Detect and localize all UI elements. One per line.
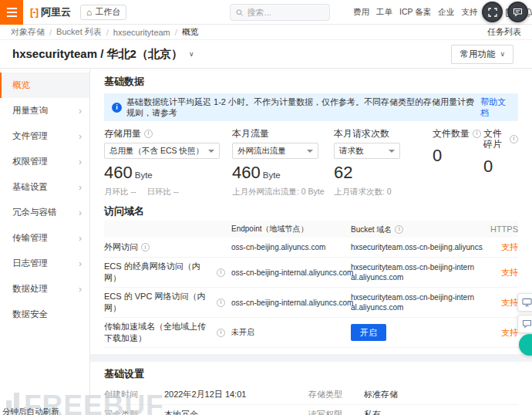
crumb-bucket-name[interactable]: hxsecurityteam: [113, 28, 170, 37]
sidebar-item-redundancy[interactable]: 冗余与容错 ›: [0, 200, 89, 225]
header-endpoint: Endpoint（地域节点）: [231, 224, 351, 234]
hamburger-menu-button[interactable]: [0, 0, 23, 25]
storage-usage-type-select[interactable]: 总用量（不含 ECS 快照）: [104, 143, 220, 159]
sidebar-item-permission[interactable]: 权限管理 ›: [0, 149, 89, 174]
requests-last-month: 上月请求次数: 0: [334, 187, 392, 196]
sidebar-item-logging[interactable]: 日志管理 ›: [0, 251, 89, 276]
basic-settings-list: 创建时间 2022年2月12日 14:01 存储类型 标准存储 冗余类型 本地冗…: [104, 385, 518, 415]
info-icon[interactable]: i: [217, 268, 225, 277]
caret-down-icon: ∨: [500, 50, 505, 58]
feedback-bubble-icon: [522, 319, 532, 329]
aliyun-logo-text: 阿里云: [41, 5, 71, 19]
crumb-object-storage[interactable]: 对象存储: [11, 26, 45, 38]
domains-table: Endpoint（地域节点） Bucket 域名 i HTTPS 外网访问 i …: [104, 221, 518, 348]
aliyun-logo[interactable]: [-] 阿里云: [30, 5, 71, 19]
info-icon[interactable]: i: [217, 299, 225, 307]
common-functions-button[interactable]: 常用功能 ∨: [451, 45, 513, 64]
sidebar-item-basic-settings[interactable]: 基础设置 ›: [0, 174, 89, 200]
side-widget-monitor[interactable]: [517, 293, 532, 312]
topbar: [-] 阿里云 ⌂ 工作台 费用 工单 ICP 备案 企业 支持 App: [0, 0, 532, 25]
topnav-icp[interactable]: ICP 备案: [399, 7, 431, 18]
home-icon: ⌂: [86, 8, 92, 17]
stat-file-fragments: 文件碎片 i 0: [483, 128, 518, 196]
header-https: HTTPS: [483, 224, 518, 234]
chevron-right-icon: ›: [79, 132, 82, 141]
section-divider-band: [90, 354, 532, 362]
domain-row-ecs-classic: ECS 的经典网络访问（内网） i oss-cn-beijing-interna…: [104, 258, 518, 288]
sidebar-item-transfer[interactable]: 传输管理 ›: [0, 225, 89, 251]
storage-usage-unit: Byte: [135, 170, 153, 180]
request-count-value: 62: [334, 164, 352, 182]
stat-monthly-requests: 本月请求次数 请求数 62 上月请求次数: 0: [334, 128, 433, 196]
stat-storage-usage: 存储用量 i 总用量（不含 ECS 快照） 460 Byte 月环比 -- 日环…: [104, 128, 232, 196]
crumb-overview: 概览: [182, 26, 199, 38]
side-widget-feedback[interactable]: [517, 315, 532, 333]
workbench-button[interactable]: ⌂ 工作台: [80, 5, 126, 20]
storage-mom: 月环比 --: [104, 187, 136, 196]
aliyun-logo-mark: [-]: [30, 6, 38, 18]
info-icon[interactable]: i: [473, 130, 481, 138]
basic-settings-title: 基础设置: [104, 368, 518, 380]
help-doc-link[interactable]: 帮助文档: [480, 96, 510, 118]
settings-row-redundancy: 冗余类型 本地冗余 读写权限 私有: [104, 405, 518, 415]
header-bucket-domain: Bucket 域名 i: [351, 224, 483, 234]
file-count-value: 0: [433, 147, 442, 165]
banner-text: 基础数据统计平均延迟 1-2 小时。不作为计量数据，仅作参考。不同存储类型的存储…: [126, 96, 477, 118]
floating-chat-button[interactable]: [507, 2, 528, 22]
redundancy-type-value: 本地冗余: [164, 409, 308, 415]
traffic-unit: Byte: [263, 170, 281, 180]
info-icon[interactable]: i: [217, 329, 225, 337]
traffic-last-month: 上月外网流出流量: 0 Byte: [232, 187, 325, 196]
crumb-separator: /: [106, 28, 109, 37]
info-icon[interactable]: i: [510, 135, 518, 143]
sidebar-item-data-processing[interactable]: 数据处理 ›: [0, 276, 89, 302]
chevron-right-icon: ›: [79, 157, 82, 167]
request-count-type-select[interactable]: 请求数: [334, 143, 400, 159]
storage-usage-value: 460: [104, 164, 133, 182]
oss-console-screen: [-] 阿里云 ⌂ 工作台 费用 工单 ICP 备案 企业 支持 App: [0, 0, 532, 415]
hamburger-icon: [7, 8, 17, 9]
domains-title: 访问域名: [104, 205, 518, 218]
topnav-support[interactable]: 支持: [461, 7, 477, 18]
info-icon[interactable]: i: [395, 225, 403, 234]
global-search-box[interactable]: [230, 4, 330, 21]
info-banner: i 基础数据统计平均延迟 1-2 小时。不作为计量数据，仅作参考。不同存储类型的…: [104, 93, 518, 121]
task-list-link[interactable]: 任务列表: [487, 26, 521, 38]
enable-acceleration-button[interactable]: 开启: [351, 324, 386, 341]
crumb-separator: /: [175, 28, 177, 37]
info-icon[interactable]: i: [141, 243, 150, 251]
monitor-icon: [522, 298, 532, 307]
stats-row: 存储用量 i 总用量（不含 ECS 快照） 460 Byte 月环比 -- 日环…: [104, 128, 518, 196]
created-time-value: 2022年2月12日 14:01: [164, 389, 308, 400]
crumb-bucket-list[interactable]: Bucket 列表: [56, 26, 102, 38]
breadcrumb: 对象存储 / Bucket 列表 / hxsecurityteam / 概览 任…: [0, 25, 532, 40]
sidebar-item-file-management[interactable]: 文件管理 ›: [0, 123, 89, 149]
topbar-right-cluster: 费用 工单 ICP 备案 企业 支持 App ?: [353, 0, 532, 25]
sidebar-item-usage-query[interactable]: 用量查询 ›: [0, 98, 89, 123]
floating-expand-button[interactable]: [482, 2, 503, 22]
workbench-label: 工作台: [95, 6, 120, 18]
chevron-right-icon: ›: [79, 183, 82, 192]
topnav-enterprise[interactable]: 企业: [438, 7, 454, 18]
page-title-bar: hxsecurityteam / 华北2（北京） ∨ 常用功能 ∨: [0, 40, 532, 69]
caret-down-icon: [307, 150, 313, 153]
topnav-billing[interactable]: 费用: [353, 7, 369, 18]
chevron-right-icon: ›: [79, 234, 82, 243]
storage-class-value: 标准存储: [364, 389, 518, 400]
sidebar-item-overview[interactable]: 概览: [0, 73, 89, 98]
caret-down-icon: [389, 150, 395, 153]
sidebar-item-data-security[interactable]: 数据安全: [0, 302, 89, 327]
chat-bubble-icon: [513, 8, 523, 17]
topnav-tickets[interactable]: 工单: [376, 7, 392, 18]
monthly-traffic-type-select[interactable]: 外网流出流量: [232, 143, 318, 159]
search-input[interactable]: [247, 8, 324, 17]
https-support-badge: 支持: [483, 297, 518, 309]
crumb-separator: /: [49, 28, 52, 37]
info-icon: i: [112, 103, 122, 113]
expand-icon: [488, 8, 497, 17]
common-functions-label: 常用功能: [460, 49, 495, 60]
info-icon[interactable]: i: [144, 130, 153, 138]
https-support-badge: 支持: [483, 267, 518, 278]
region-caret-icon[interactable]: ∨: [189, 50, 194, 58]
search-icon: [236, 8, 244, 17]
